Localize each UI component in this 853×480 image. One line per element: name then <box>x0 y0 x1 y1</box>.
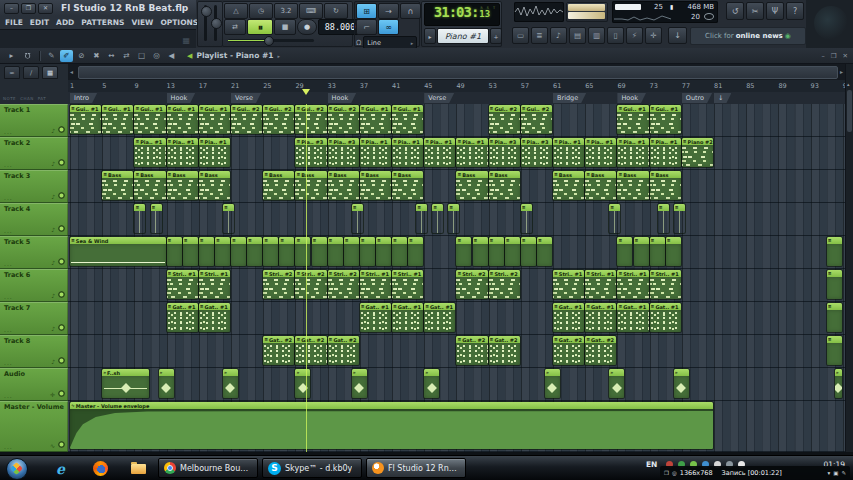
track-header-audio[interactable]: Audio...✛ <box>0 368 68 401</box>
track-header-track-5[interactable]: Track 5...♪ <box>0 236 68 269</box>
track-header-track-2[interactable]: Track 2...♪ <box>0 137 68 170</box>
playhead-line[interactable] <box>306 104 307 452</box>
track-grip-icon[interactable]: ... <box>4 260 13 267</box>
pattern-clip[interactable]: ≡Stri.. #2 <box>328 270 359 299</box>
track-header-track-8[interactable]: Track 8...♪ <box>0 335 68 368</box>
track-grip-icon[interactable]: ... <box>4 128 13 135</box>
shift-volume-bars[interactable] <box>566 2 608 22</box>
pattern-clip[interactable]: ≡Gat.. #2 <box>585 336 616 365</box>
pattern-clip[interactable]: ≡Stri.. #1 <box>585 270 616 299</box>
audio-clip[interactable]: » <box>352 369 367 398</box>
recorder-pencil-icon[interactable]: ✎ <box>841 470 846 476</box>
hscroll-thumb[interactable] <box>78 66 838 79</box>
pattern-clip[interactable]: ≡Gat.. #1 <box>553 303 584 332</box>
pattern-clip[interactable]: ≡ <box>376 237 391 266</box>
pattern-clip[interactable]: ≡ <box>151 204 162 233</box>
track-grip-icon[interactable]: ... <box>4 359 13 366</box>
track-header-master-volume[interactable]: Master - Volume...∿ <box>0 401 68 452</box>
vertical-scrollbar[interactable]: ▴ <box>845 64 853 452</box>
pattern-clip[interactable]: ≡ <box>674 204 685 233</box>
pattern-clip[interactable]: ≡Stri.. #2 <box>456 270 487 299</box>
pattern-clip[interactable]: ≡ <box>827 237 842 266</box>
pattern-mode-button[interactable]: ⊞ <box>356 3 377 19</box>
delete-tool-icon[interactable]: ⊘ <box>75 50 88 62</box>
count-in-button[interactable]: 3.2 <box>274 3 298 19</box>
menu-patterns[interactable]: PATTERNS <box>81 18 124 27</box>
track-lane-audio[interactable]: »F..sh»»»»»»»»» <box>68 368 845 401</box>
pattern-clip[interactable]: ≡Gui.. #1 <box>199 105 230 134</box>
loop-record-icon[interactable]: ↻ <box>324 3 348 19</box>
typing-keyboard-icon[interactable]: ⌨ <box>299 3 323 19</box>
online-news-button[interactable]: Click for online news ◉ <box>690 27 806 45</box>
pattern-clip[interactable]: ≡Gui.. #1 <box>360 105 391 134</box>
pattern-clip[interactable]: ≡ <box>223 204 234 233</box>
pattern-clip[interactable]: ≡ <box>392 237 407 266</box>
clips-tab[interactable]: ≈ <box>4 66 20 79</box>
pattern-clip[interactable]: ≡ <box>505 237 520 266</box>
playback-tool-icon[interactable]: ◀ <box>165 50 178 62</box>
recorder-zoom-icon[interactable]: ◎ <box>672 470 677 476</box>
pattern-clip[interactable]: ≡Sea & Wind <box>70 237 166 266</box>
pattern-clip[interactable]: ≡Gat.. #1 <box>617 303 648 332</box>
pattern-clip[interactable]: ≡Gat.. #1 <box>167 303 198 332</box>
marker-verse[interactable]: Verse <box>424 93 454 103</box>
internet-explorer-icon[interactable]: e <box>52 460 69 477</box>
link-icon[interactable]: ∞ <box>378 19 399 35</box>
download-icon[interactable]: ↓ <box>668 27 687 44</box>
taskbar-window-fl[interactable]: Fl Studio 12 RnB B... <box>366 458 466 478</box>
pattern-clip[interactable]: ≡ <box>247 237 262 266</box>
pattern-clip[interactable]: ≡ <box>634 237 649 266</box>
select-tool-icon[interactable]: □ <box>135 50 148 62</box>
paint-tool-icon[interactable]: ✐ <box>60 50 73 62</box>
pattern-clip[interactable]: ≡Gui.. #1 <box>70 105 101 134</box>
pattern-clip[interactable]: ≡Gui.. #2 <box>328 105 359 134</box>
audio-clip[interactable]: » <box>609 369 624 398</box>
loop-mode-button[interactable]: ⇄ <box>224 19 246 35</box>
pattern-clip[interactable]: ≡ <box>167 237 182 266</box>
snap-magnet-icon[interactable]: Ω <box>21 50 34 62</box>
pattern-clip[interactable]: ≡Pia.. #1 <box>553 138 584 167</box>
pattern-clip[interactable]: ≡Bass <box>295 171 326 200</box>
pattern-clip[interactable]: ≡Bass <box>392 171 423 200</box>
restore-button[interactable]: ❐ <box>21 3 36 14</box>
track-header-track-6[interactable]: Track 6...♪ <box>0 269 68 302</box>
pattern-clip[interactable]: ≡Pia.. #1 <box>424 138 455 167</box>
pattern-clip[interactable]: ≡Pia.. #1 <box>392 138 423 167</box>
recorder-camera-icon[interactable]: ▣ <box>833 470 838 476</box>
audio-clip[interactable]: » <box>159 369 174 398</box>
record-button[interactable]: ● <box>297 19 317 35</box>
track-led[interactable] <box>58 291 65 298</box>
automation-tab[interactable]: ∕ <box>23 66 39 79</box>
pattern-prev-button[interactable]: ▸ <box>424 28 436 44</box>
track-led[interactable] <box>58 159 65 166</box>
pattern-clip[interactable]: ≡ <box>183 237 198 266</box>
pattern-clip[interactable]: ≡Gui.. #1 <box>134 105 165 134</box>
pattern-clip[interactable]: ≡Pia.. #3 <box>521 138 552 167</box>
pattern-clip[interactable]: ≡Piano #2 <box>682 138 713 167</box>
pattern-clip[interactable]: ≡ <box>666 237 681 266</box>
pattern-clip[interactable]: ≡Gat.. #1 <box>585 303 616 332</box>
track-led[interactable] <box>58 324 65 331</box>
pattern-clip[interactable]: ≡ <box>352 204 363 233</box>
pattern-clip[interactable]: ≡ <box>658 204 669 233</box>
pattern-clip[interactable]: ≡ <box>134 204 145 233</box>
pattern-clip[interactable]: ≡Bass <box>199 171 230 200</box>
cut-icon[interactable]: ✂ <box>746 2 764 20</box>
piano-roll-icon[interactable]: ♪ <box>550 27 567 44</box>
pattern-clip[interactable]: ≡ <box>360 237 375 266</box>
pattern-clip[interactable]: ≡Gat.. #1 <box>650 303 681 332</box>
pattern-clip[interactable]: ≡Pia.. #1 <box>456 138 487 167</box>
playlist-title-text[interactable]: Playlist - Piano #1 <box>196 51 273 60</box>
pattern-clip[interactable]: ≡Bass <box>328 171 359 200</box>
pattern-clip[interactable]: ≡Pia.. #1 <box>360 138 391 167</box>
audio-clip[interactable]: » <box>835 369 842 398</box>
pattern-clip[interactable]: ≡Pia.. #3 <box>328 138 359 167</box>
track-led[interactable] <box>58 357 65 364</box>
language-indicator[interactable]: EN <box>646 460 657 469</box>
track-led[interactable] <box>58 390 65 397</box>
mute-tool-icon[interactable]: ✖ <box>90 50 103 62</box>
browser-icon[interactable]: ▤ <box>569 27 586 44</box>
help-icon[interactable]: ? <box>786 2 804 20</box>
pattern-clip[interactable]: ≡ <box>827 336 842 365</box>
pattern-clip[interactable]: ≡ <box>521 204 532 233</box>
